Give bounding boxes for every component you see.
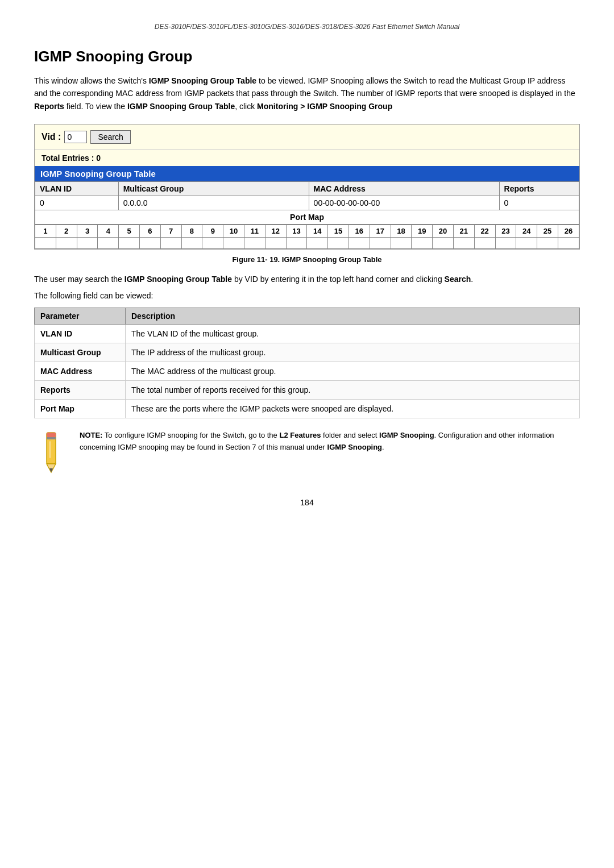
port-17: 17 — [370, 225, 391, 238]
param-name-port-map: Port Map — [35, 399, 126, 418]
port-1: 1 — [35, 225, 56, 238]
port-12: 12 — [265, 225, 286, 238]
param-desc-mac-address: The MAC address of the multicast group. — [126, 362, 580, 380]
vid-input[interactable] — [64, 131, 87, 143]
param-desc-reports: The total number of reports received for… — [126, 380, 580, 399]
port-21: 21 — [453, 225, 474, 238]
note-icon — [34, 430, 68, 475]
cell-multicast-group: 0.0.0.0 — [118, 196, 309, 210]
col-vlan-id: VLAN ID — [35, 182, 119, 196]
col-multicast-group: Multicast Group — [118, 182, 309, 196]
port-map-empty-row — [35, 238, 579, 249]
svg-rect-5 — [49, 441, 51, 458]
pencil-icon — [34, 430, 68, 475]
param-desc-multicast-group: The IP address of the multicast group. — [126, 343, 580, 362]
port-number-row: 1 2 3 4 5 6 7 8 9 10 11 12 13 14 15 16 1… — [35, 225, 579, 238]
param-row-reports: Reports The total number of reports rece… — [35, 380, 580, 399]
param-row-port-map: Port Map These are the ports where the I… — [35, 399, 580, 418]
port-26: 26 — [558, 225, 579, 238]
parameter-table: Parameter Description VLAN ID The VLAN I… — [34, 308, 580, 418]
cell-mac-address: 00-00-00-00-00-00 — [309, 196, 499, 210]
intro-paragraph: This window allows the Switch's IGMP Sno… — [34, 74, 580, 113]
param-name-vlan-id: VLAN ID — [35, 324, 126, 343]
col-mac-address: MAC Address — [309, 182, 499, 196]
cell-vlan-id: 0 — [35, 196, 119, 210]
page-header: DES-3010F/DES-3010FL/DES-3010G/DES-3016/… — [34, 23, 580, 31]
param-name-reports: Reports — [35, 380, 126, 399]
port-8: 8 — [181, 225, 202, 238]
param-row-multicast-group: Multicast Group The IP address of the mu… — [35, 343, 580, 362]
cell-reports: 0 — [499, 196, 579, 210]
port-24: 24 — [516, 225, 537, 238]
port-2: 2 — [56, 225, 77, 238]
param-col-header: Parameter — [35, 308, 126, 324]
port-23: 23 — [495, 225, 516, 238]
port-18: 18 — [391, 225, 412, 238]
port-11: 11 — [244, 225, 265, 238]
page-number: 184 — [34, 498, 580, 507]
figure-caption: Figure 11- 19. IGMP Snooping Group Table — [34, 255, 580, 264]
param-name-multicast-group: Multicast Group — [35, 343, 126, 362]
note-text: NOTE: To configure IGMP snooping for the… — [80, 430, 580, 454]
port-10: 10 — [223, 225, 244, 238]
port-20: 20 — [433, 225, 454, 238]
port-5: 5 — [119, 225, 140, 238]
port-4: 4 — [98, 225, 119, 238]
svg-rect-2 — [47, 433, 56, 437]
port-22: 22 — [474, 225, 495, 238]
port-map-table: 1 2 3 4 5 6 7 8 9 10 11 12 13 14 15 16 1… — [35, 225, 579, 249]
port-19: 19 — [412, 225, 433, 238]
param-name-mac-address: MAC Address — [35, 362, 126, 380]
port-13: 13 — [286, 225, 307, 238]
port-14: 14 — [307, 225, 328, 238]
main-data-table: VLAN ID Multicast Group MAC Address Repo… — [35, 181, 579, 210]
total-entries: Total Entries : 0 — [35, 150, 579, 166]
param-desc-port-map: These are the ports where the IGMP packe… — [126, 399, 580, 418]
search-description: The user may search the IGMP Snooping Gr… — [34, 273, 580, 285]
svg-rect-3 — [47, 437, 56, 439]
port-6: 6 — [139, 225, 160, 238]
col-reports: Reports — [499, 182, 579, 196]
port-16: 16 — [349, 225, 370, 238]
port-3: 3 — [77, 225, 98, 238]
header-title: DES-3010F/DES-3010FL/DES-3010G/DES-3016/… — [155, 23, 459, 31]
fields-label: The following field can be viewed: — [34, 289, 580, 302]
param-row-vlan-id: VLAN ID The VLAN ID of the multicast gro… — [35, 324, 580, 343]
igmp-table-container: Vid : Search Total Entries : 0 IGMP Snoo… — [34, 124, 580, 250]
port-9: 9 — [202, 225, 223, 238]
port-map-header: Port Map — [35, 210, 579, 225]
desc-col-header: Description — [126, 308, 580, 324]
search-button[interactable]: Search — [90, 130, 130, 144]
vid-label: Vid : — [42, 132, 61, 142]
param-row-mac-address: MAC Address The MAC address of the multi… — [35, 362, 580, 380]
port-25: 25 — [537, 225, 558, 238]
table-row: 0 0.0.0.0 00-00-00-00-00-00 0 — [35, 196, 579, 210]
port-15: 15 — [328, 225, 349, 238]
vid-row: Vid : Search — [35, 124, 579, 150]
note-box: NOTE: To configure IGMP snooping for the… — [34, 430, 580, 475]
page-title: IGMP Snooping Group — [34, 48, 580, 65]
port-7: 7 — [160, 225, 181, 238]
param-desc-vlan-id: The VLAN ID of the multicast group. — [126, 324, 580, 343]
group-table-title: IGMP Snooping Group Table — [35, 166, 579, 181]
